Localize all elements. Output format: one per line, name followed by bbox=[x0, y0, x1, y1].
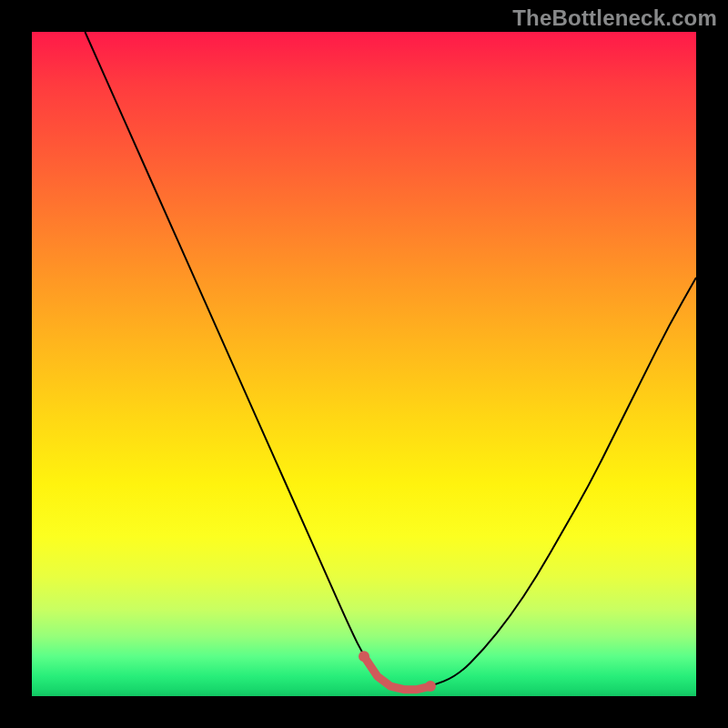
chart-frame: TheBottleneck.com bbox=[0, 0, 728, 728]
watermark-text: TheBottleneck.com bbox=[512, 5, 717, 31]
curve-layer bbox=[32, 32, 696, 696]
valley-highlight bbox=[364, 656, 430, 690]
valley-start-dot bbox=[359, 651, 369, 662]
valley-end-dot bbox=[425, 681, 436, 692]
bottleneck-curve bbox=[85, 32, 696, 690]
